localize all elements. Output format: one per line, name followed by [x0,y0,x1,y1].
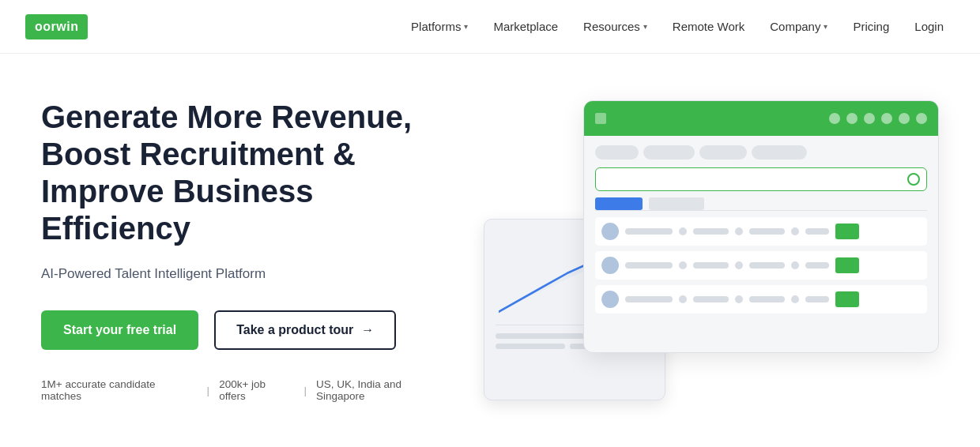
icon-8 [735,295,743,303]
chevron-down-icon-resources: ▾ [643,22,647,31]
filter-pill-2 [643,145,695,160]
hero-illustration [484,100,939,400]
secondary-line-1 [496,333,587,339]
icon-5 [735,261,743,269]
dashboard-topbar [584,101,938,136]
tab-inactive [649,197,704,210]
product-tour-label: Take a product tour [236,323,353,337]
detail-line-7 [693,296,729,302]
topbar-grid-icon [881,113,892,124]
nav-item-platforms[interactable]: Platforms ▾ [400,13,479,39]
stat-2: 200k+ job offers [219,378,294,402]
topbar-user-icon [864,113,875,124]
hero-heading-line2: Boost Recruitment & [41,137,356,171]
topbar-add-icon [846,113,858,124]
icon-1 [679,227,687,235]
filter-pill-4 [752,145,807,160]
hero-heading-line3: Improve Business Efficiency [41,174,314,246]
row-action-btn-3 [835,291,859,307]
nav-links: Platforms ▾ Marketplace Resources ▾ Remo… [400,13,955,39]
stat-separator-2: | [304,385,307,396]
stat-1: 1M+ accurate candidate matches [41,378,198,402]
chevron-down-icon-company: ▾ [824,22,827,31]
name-line-1 [625,228,673,235]
detail-line-2 [749,228,785,235]
table-row-2 [595,251,927,280]
nav-item-company[interactable]: Company ▾ [759,13,839,39]
hero-subheading: AI-Powered Talent Intelligent Platform [41,266,452,282]
nav-item-pricing[interactable]: Pricing [842,13,900,39]
topbar-menu-icon [595,113,606,124]
icon-6 [791,261,799,269]
topbar-search-icon [829,113,840,124]
dashboard-body [584,136,938,329]
tab-active [595,197,643,210]
hero-heading: Generate More Revenue, Boost Recruitment… [41,99,452,248]
product-tour-button[interactable]: Take a product tour → [214,310,396,350]
hero-heading-line1: Generate More Revenue, [41,100,412,134]
nav-label-company: Company [770,20,820,33]
filter-pill-1 [595,145,639,160]
detail-line-3 [805,228,829,235]
icon-3 [791,227,799,235]
topbar-profile-icon [916,113,927,124]
row-action-btn-2 [835,257,859,273]
avatar-3 [601,291,619,308]
nav-item-remote-work[interactable]: Remote Work [662,13,756,39]
stat-3: US, UK, India and Singapore [316,378,452,402]
avatar-1 [601,223,619,240]
nav-item-resources[interactable]: Resources ▾ [572,13,658,39]
icon-7 [679,295,687,303]
row-action-btn-1 [835,223,859,239]
filter-row [595,145,927,160]
hero-stats: 1M+ accurate candidate matches | 200k+ j… [41,378,452,402]
search-icon [907,173,920,186]
search-bar [595,167,927,191]
navbar: oorwin Platforms ▾ Marketplace Resources… [0,0,980,54]
topbar-right-icons [829,113,927,124]
detail-line-9 [805,296,829,302]
nav-label-platforms: Platforms [411,20,461,33]
topbar-settings-icon [899,113,910,124]
start-trial-button[interactable]: Start your free trial [41,310,198,350]
arrow-icon: → [361,323,374,337]
secondary-line-3 [496,344,565,349]
nav-label-resources: Resources [583,20,640,33]
nav-label-marketplace: Marketplace [493,20,558,33]
icon-9 [791,295,799,303]
filter-pill-3 [699,145,747,160]
detail-line-1 [693,228,729,235]
icon-2 [735,227,743,235]
logo[interactable]: oorwin [25,14,88,39]
stat-separator-1: | [207,385,210,396]
icon-4 [679,261,687,269]
detail-line-5 [749,262,785,269]
avatar-2 [601,257,619,274]
hero-left: Generate More Revenue, Boost Recruitment… [41,99,484,403]
nav-item-login[interactable]: Login [903,13,955,39]
name-line-2 [625,262,673,269]
chevron-down-icon: ▾ [464,22,468,31]
nav-label-pricing: Pricing [853,20,889,33]
hero-section: Generate More Revenue, Boost Recruitment… [0,54,980,447]
detail-line-8 [749,296,785,302]
detail-line-4 [693,262,729,269]
dashboard-main-card [583,100,939,353]
hero-buttons: Start your free trial Take a product tou… [41,310,452,350]
detail-line-6 [805,262,829,269]
table-row-1 [595,217,927,246]
name-line-3 [625,296,673,302]
nav-label-remote-work: Remote Work [673,20,744,33]
nav-item-marketplace[interactable]: Marketplace [482,13,569,39]
nav-label-login: Login [914,20,944,33]
table-row-3 [595,285,927,314]
tab-row [595,197,927,211]
